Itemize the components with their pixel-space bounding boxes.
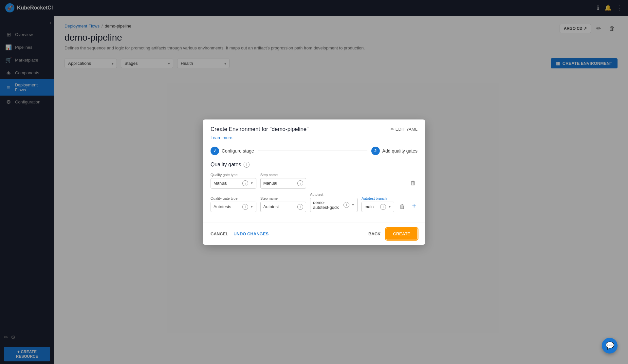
step-2-circle: 2 <box>371 147 380 155</box>
autotest-label: Autotest <box>310 192 358 196</box>
quality-gate-row-1: Quality gate type Manual i ▼ Step name M… <box>211 173 417 189</box>
delete-row-1-button[interactable]: 🗑 <box>409 178 417 188</box>
edit-yaml-button[interactable]: ✏ EDIT YAML <box>391 127 417 132</box>
learn-more-link[interactable]: Learn more. <box>203 133 425 140</box>
step-name-input-1[interactable]: Manual i <box>260 178 306 189</box>
step-connector <box>258 151 367 151</box>
undo-changes-button[interactable]: UNDO CHANGES <box>233 231 268 236</box>
step-1-label: Configure stage <box>222 148 254 154</box>
branch-arrow: ▼ <box>388 205 391 209</box>
branch-group: Autotest branch main i ▼ <box>361 196 394 212</box>
autotest-group: Autotest demo-autotest-gqdx i ▼ <box>310 192 358 212</box>
step-name-info-icon-2[interactable]: i <box>297 204 303 210</box>
step-2-label: Add quality gates <box>382 148 417 154</box>
gate-type-group-2: Quality gate type Autotests i ▼ <box>211 196 256 212</box>
step-name-group-2: Step name Autotest i <box>260 196 306 212</box>
create-button[interactable]: CREATE <box>386 228 417 240</box>
branch-value: main <box>364 204 378 209</box>
step-name-label-1: Step name <box>260 173 306 177</box>
autotest-input[interactable]: demo-autotest-gqdx i ▼ <box>310 198 358 212</box>
step-name-input-2[interactable]: Autotest i <box>260 202 306 212</box>
modal-overlay: Create Environment for "demo-pipeline" ✏… <box>0 0 628 364</box>
quality-gates-info-icon[interactable]: i <box>244 162 249 168</box>
step-name-info-icon-1[interactable]: i <box>297 180 303 186</box>
pencil-icon: ✏ <box>391 127 394 132</box>
gate-type-label-1: Quality gate type <box>211 173 256 177</box>
step-1: ✓ Configure stage <box>211 147 254 155</box>
chat-fab-button[interactable]: 💬 <box>602 338 618 354</box>
gate-type-info-icon-2[interactable]: i <box>242 204 248 210</box>
gate-type-input-2[interactable]: Autotests i ▼ <box>211 202 256 212</box>
cancel-button[interactable]: CANCEL <box>211 231 228 236</box>
autotest-arrow: ▼ <box>351 203 355 207</box>
modal-body: Quality gates i Quality gate type Manual… <box>203 162 425 223</box>
autotest-info-icon[interactable]: i <box>343 202 349 208</box>
branch-info-icon[interactable]: i <box>380 204 386 210</box>
gate-type-arrow-2: ▼ <box>250 205 253 209</box>
delete-row-2-button[interactable]: 🗑 <box>398 202 407 211</box>
branch-input[interactable]: main i ▼ <box>361 202 394 212</box>
add-row-button[interactable]: + <box>411 200 417 211</box>
autotest-value: demo-autotest-gqdx <box>313 200 342 210</box>
gate-type-group-1: Quality gate type Manual i ▼ <box>211 173 256 189</box>
gate-type-label-2: Quality gate type <box>211 196 256 200</box>
gate-type-info-icon-1[interactable]: i <box>242 180 248 186</box>
step-name-label-2: Step name <box>260 196 306 200</box>
gate-type-arrow-1: ▼ <box>250 181 253 185</box>
step-1-circle: ✓ <box>211 147 219 155</box>
modal-footer: CANCEL UNDO CHANGES BACK CREATE <box>203 223 425 245</box>
gate-type-value-2: Autotests <box>213 204 240 209</box>
quality-gates-title: Quality gates i <box>211 162 417 168</box>
stepper: ✓ Configure stage 2 Add quality gates <box>203 140 425 162</box>
modal-header: Create Environment for "demo-pipeline" ✏… <box>203 119 425 133</box>
back-button[interactable]: BACK <box>368 231 381 236</box>
quality-gate-row-2: Quality gate type Autotests i ▼ Step nam… <box>211 192 417 212</box>
step-2: 2 Add quality gates <box>371 147 417 155</box>
modal-title: Create Environment for "demo-pipeline" <box>211 126 308 133</box>
step-name-value-2: Autotest <box>263 204 295 209</box>
branch-label: Autotest branch <box>361 196 394 200</box>
step-name-value-1: Manual <box>263 181 295 186</box>
step-name-group-1: Step name Manual i <box>260 173 306 189</box>
create-environment-modal: Create Environment for "demo-pipeline" ✏… <box>203 119 425 245</box>
gate-type-value-1: Manual <box>213 181 240 186</box>
gate-type-input-1[interactable]: Manual i ▼ <box>211 178 256 189</box>
edit-yaml-label: EDIT YAML <box>396 127 417 132</box>
